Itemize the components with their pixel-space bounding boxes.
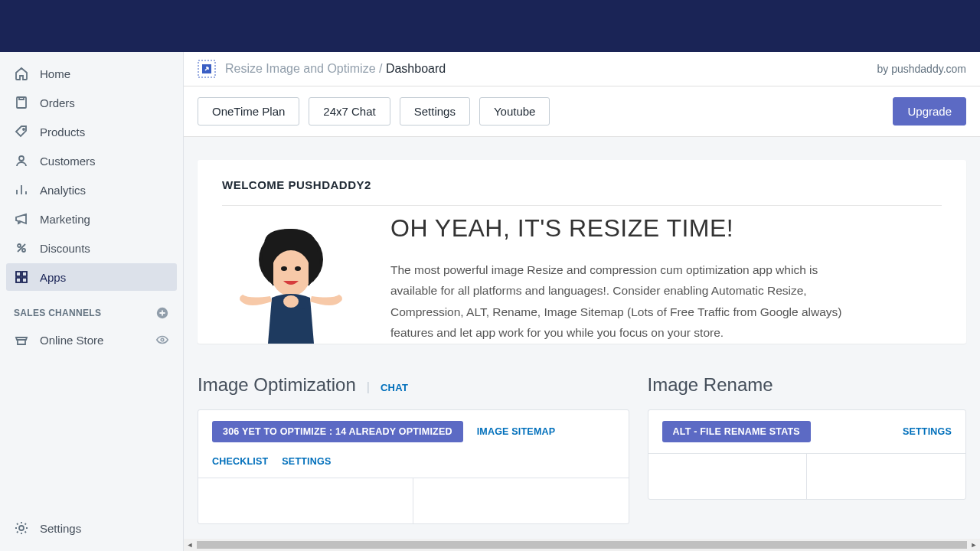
svg-rect-6	[22, 272, 27, 276]
sidebar-item-home[interactable]: Home	[6, 60, 177, 87]
sidebar-item-marketing[interactable]: Marketing	[6, 205, 177, 233]
breadcrumb: Resize Image and Optimize / Dashboard	[225, 62, 446, 76]
add-channel-icon[interactable]	[155, 306, 169, 320]
scroll-left-arrow-icon[interactable]: ◄	[184, 539, 196, 551]
svg-rect-5	[16, 272, 21, 276]
chat-button[interactable]: 24x7 Chat	[309, 97, 390, 126]
panel-title: Image Optimization	[198, 374, 356, 396]
svg-point-16	[281, 266, 287, 271]
svg-point-3	[18, 244, 21, 247]
image-sitemap-link[interactable]: IMAGE SITEMAP	[477, 426, 556, 437]
gear-icon	[14, 520, 29, 536]
view-store-icon[interactable]	[155, 333, 169, 347]
sidebar-item-label: Home	[40, 67, 70, 80]
apps-icon	[14, 269, 29, 285]
svg-rect-8	[22, 278, 27, 282]
alt-rename-stats-badge[interactable]: ALT - FILE RENAME STATS	[662, 421, 811, 442]
sidebar-item-label: Apps	[40, 271, 66, 284]
checklist-link[interactable]: CHECKLIST	[212, 456, 268, 467]
scroll-track[interactable]	[197, 541, 967, 549]
sidebar-item-label: Marketing	[40, 213, 90, 226]
youtube-button[interactable]: Youtube	[479, 97, 550, 126]
svg-rect-7	[16, 278, 21, 282]
sidebar-item-orders[interactable]: Orders	[6, 89, 177, 116]
sidebar-item-label: Settings	[40, 522, 81, 535]
top-bar	[0, 0, 980, 52]
image-optimization-panel: Image Optimization | CHAT 306 YET TO OPT…	[198, 374, 629, 524]
breadcrumb-app[interactable]: Resize Image and Optimize	[225, 62, 376, 75]
sidebar-item-label: Customers	[40, 155, 96, 168]
sidebar-item-label: Products	[40, 126, 85, 139]
sidebar-item-discounts[interactable]: Discounts	[6, 234, 177, 262]
settings-button[interactable]: Settings	[400, 97, 470, 126]
sidebar-item-products[interactable]: Products	[6, 118, 177, 145]
optimize-status-badge[interactable]: 306 YET TO OPTIMIZE : 14 ALREADY OPTIMIZ…	[212, 421, 463, 442]
sidebar-item-label: Online Store	[40, 334, 155, 347]
sidebar-item-label: Orders	[40, 96, 75, 109]
breadcrumb-bar: Resize Image and Optimize / Dashboard by…	[184, 52, 980, 86]
welcome-title: OH YEAH, IT'S RESIZE TIME!	[390, 214, 858, 243]
svg-point-11	[19, 526, 24, 530]
marketing-icon	[14, 211, 29, 227]
image-rename-panel: Image Rename ALT - FILE RENAME STATS SET…	[648, 374, 967, 524]
horizontal-scrollbar[interactable]: ◄ ►	[184, 539, 980, 551]
toolbar: OneTime Plan 24x7 Chat Settings Youtube …	[184, 86, 980, 137]
orders-icon	[14, 95, 29, 110]
chat-link[interactable]: CHAT	[381, 382, 408, 393]
svg-point-2	[19, 156, 24, 161]
svg-point-17	[295, 266, 301, 271]
welcome-illustration	[222, 214, 360, 344]
sidebar-item-online-store[interactable]: Online Store	[6, 326, 177, 354]
store-icon	[14, 332, 29, 347]
svg-point-1	[23, 129, 24, 130]
sidebar-item-label: Discounts	[40, 242, 90, 255]
svg-point-15	[271, 250, 311, 296]
customers-icon	[14, 153, 29, 168]
welcome-card: WELCOME PUSHDADDY2	[198, 160, 966, 344]
scroll-right-arrow-icon[interactable]: ►	[968, 539, 980, 551]
home-icon	[14, 66, 29, 81]
welcome-body-text: The most powerful image Resize and compr…	[390, 259, 858, 343]
analytics-icon	[14, 182, 29, 197]
main: Resize Image and Optimize / Dashboard by…	[184, 52, 980, 551]
svg-point-10	[161, 338, 164, 341]
section-label: SALES CHANNELS	[14, 308, 101, 318]
sidebar-item-apps[interactable]: Apps	[6, 263, 177, 291]
products-icon	[14, 124, 29, 139]
welcome-header: WELCOME PUSHDADDY2	[222, 178, 942, 206]
breadcrumb-current: Dashboard	[386, 62, 446, 75]
rename-settings-link[interactable]: SETTINGS	[903, 426, 952, 437]
upgrade-button[interactable]: Upgrade	[893, 97, 966, 126]
content[interactable]: WELCOME PUSHDADDY2	[184, 137, 980, 551]
sidebar: Home Orders Products Customers Analytics…	[0, 52, 184, 551]
svg-point-4	[22, 249, 25, 252]
onetime-plan-button[interactable]: OneTime Plan	[198, 97, 299, 126]
byline: by pushdaddy.com	[877, 63, 966, 75]
discounts-icon	[14, 240, 29, 256]
sidebar-section-header: SALES CHANNELS	[6, 292, 177, 326]
sidebar-item-analytics[interactable]: Analytics	[6, 176, 177, 204]
divider: |	[367, 380, 370, 394]
sidebar-item-customers[interactable]: Customers	[6, 147, 177, 174]
svg-point-18	[283, 295, 299, 308]
panel-title: Image Rename	[648, 374, 773, 396]
optimization-card: 306 YET TO OPTIMIZE : 14 ALREADY OPTIMIZ…	[198, 409, 629, 524]
rename-card: ALT - FILE RENAME STATS SETTINGS	[648, 409, 967, 500]
sidebar-item-label: Analytics	[40, 184, 86, 197]
panel-body	[648, 453, 966, 499]
sidebar-item-settings[interactable]: Settings	[6, 514, 177, 542]
panel-body	[198, 478, 629, 523]
app-logo-icon	[198, 60, 216, 78]
optimization-settings-link[interactable]: SETTINGS	[282, 456, 331, 467]
